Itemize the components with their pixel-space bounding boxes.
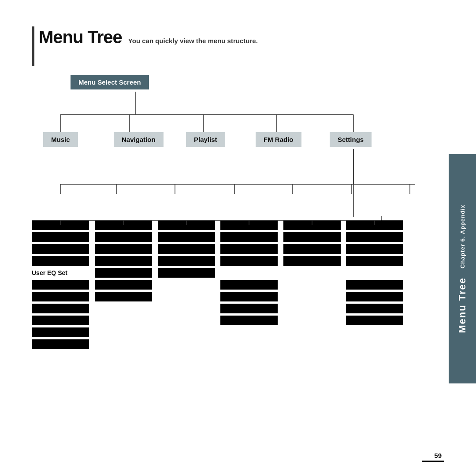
redacted-box — [32, 316, 89, 325]
redacted-box — [220, 244, 278, 254]
col5-boxes — [283, 220, 341, 266]
redacted-box — [95, 280, 152, 290]
redacted-box — [346, 292, 403, 301]
redacted-box — [158, 220, 215, 230]
navigation-label: Navigation — [114, 132, 164, 147]
redacted-box — [32, 232, 89, 242]
redacted-box — [158, 268, 215, 278]
node-music: Music — [43, 132, 78, 147]
playlist-label: Playlist — [186, 132, 225, 147]
page-title: Menu Tree — [39, 27, 122, 47]
redacted-box — [95, 268, 152, 278]
col6-boxes — [346, 220, 403, 325]
music-label: Music — [43, 132, 78, 147]
spacer — [220, 268, 278, 278]
user-eq-container: User EQ Set — [32, 268, 89, 278]
redacted-box — [220, 256, 278, 266]
chapter-label: Chapter 6. Appendix — [459, 205, 466, 268]
redacted-box — [220, 316, 278, 325]
redacted-box — [32, 327, 89, 337]
node-fmradio: FM Radio — [256, 132, 301, 147]
redacted-box — [32, 280, 89, 290]
node-settings: Settings — [330, 132, 372, 147]
root-node: Menu Select Screen — [71, 75, 149, 89]
col2-boxes — [95, 220, 152, 301]
redacted-box — [346, 256, 403, 266]
redacted-box — [283, 244, 341, 254]
col4-boxes — [220, 220, 278, 325]
redacted-box — [346, 220, 403, 230]
redacted-box — [158, 256, 215, 266]
spacer — [346, 268, 403, 278]
redacted-box — [32, 292, 89, 301]
redacted-box — [283, 232, 341, 242]
page-subtitle: You can quickly view the menu structure. — [128, 37, 258, 45]
tree-connectors — [32, 75, 415, 225]
redacted-box — [32, 304, 89, 313]
redacted-box — [32, 244, 89, 254]
redacted-box — [32, 220, 89, 230]
redacted-box — [346, 232, 403, 242]
redacted-box — [283, 256, 341, 266]
settings-connector — [32, 149, 411, 217]
right-sidebar: Chapter 6. Appendix Menu Tree — [449, 154, 476, 383]
fmradio-label: FM Radio — [256, 132, 301, 147]
redacted-box — [220, 220, 278, 230]
redacted-box — [220, 232, 278, 242]
redacted-box — [283, 220, 341, 230]
redacted-box — [95, 292, 152, 301]
redacted-box — [220, 304, 278, 313]
redacted-box — [95, 220, 152, 230]
redacted-box — [95, 256, 152, 266]
section-label: Menu Tree — [457, 277, 468, 333]
redacted-box — [95, 244, 152, 254]
redacted-box — [346, 304, 403, 313]
redacted-box — [158, 244, 215, 254]
page-number: 59 — [434, 452, 442, 459]
redacted-box — [32, 339, 89, 349]
page-header: Menu Tree You can quickly view the menu … — [39, 27, 258, 47]
page-line — [422, 461, 444, 462]
settings-label: Settings — [330, 132, 372, 147]
col3-boxes — [158, 220, 215, 278]
redacted-box — [346, 280, 403, 290]
redacted-box — [346, 316, 403, 325]
redacted-box — [158, 232, 215, 242]
accent-bar — [32, 26, 34, 66]
redacted-box — [220, 280, 278, 290]
redacted-box — [220, 292, 278, 301]
user-eq-set-label: User EQ Set — [32, 269, 67, 276]
node-navigation: Navigation — [114, 132, 164, 147]
redacted-box — [346, 244, 403, 254]
redacted-box — [32, 256, 89, 266]
node-playlist: Playlist — [186, 132, 225, 147]
col1-boxes: User EQ Set — [32, 220, 89, 349]
root-node-box: Menu Select Screen — [71, 75, 149, 89]
redacted-box — [95, 232, 152, 242]
